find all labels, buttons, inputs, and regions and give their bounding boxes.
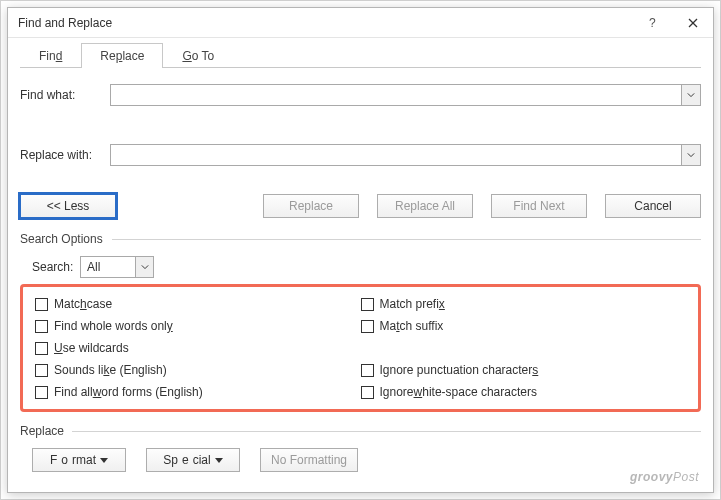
checkbox-icon	[361, 364, 374, 377]
checkbox-icon	[361, 320, 374, 333]
find-what-label: Find what:	[20, 88, 110, 102]
checkbox-icon	[361, 298, 374, 311]
replace-with-row: Replace with:	[20, 144, 701, 166]
check-ignore-whitespace[interactable]: Ignore white-space characters	[361, 381, 687, 403]
titlebar: Find and Replace ?	[8, 8, 713, 38]
check-word-forms[interactable]: Find all word forms (English)	[35, 381, 361, 403]
less-button[interactable]: << Less	[20, 194, 116, 218]
chevron-down-icon	[141, 263, 149, 271]
tab-find[interactable]: Find	[20, 43, 81, 68]
check-wildcards[interactable]: Use wildcards	[35, 337, 361, 359]
replace-all-button[interactable]: Replace All	[377, 194, 473, 218]
format-button-row: Format Special No Formatting	[20, 448, 701, 472]
checkbox-icon	[35, 386, 48, 399]
chevron-down-icon	[687, 91, 695, 99]
checkbox-icon	[35, 342, 48, 355]
dialog-find-replace: Find and Replace ? Find Replace Go To Fi…	[7, 7, 714, 493]
close-icon	[688, 18, 698, 28]
check-sounds-like[interactable]: Sounds like (English)	[35, 359, 361, 381]
replace-button[interactable]: Replace	[263, 194, 359, 218]
dialog-body: Find Replace Go To Find what: Replace wi…	[8, 38, 713, 492]
help-button[interactable]: ?	[633, 8, 673, 38]
check-match-suffix[interactable]: Match suffix	[361, 315, 687, 337]
find-next-button[interactable]: Find Next	[491, 194, 587, 218]
format-dropdown-button[interactable]: Format	[32, 448, 126, 472]
checkbox-icon	[35, 320, 48, 333]
replace-with-combo	[110, 144, 701, 166]
dialog-title: Find and Replace	[18, 16, 633, 30]
caret-down-icon	[215, 458, 223, 463]
tab-goto[interactable]: Go To	[163, 43, 233, 68]
search-options-highlight: Match case Find whole words only Use wil…	[20, 284, 701, 412]
close-button[interactable]	[673, 8, 713, 38]
special-dropdown-button[interactable]: Special	[146, 448, 240, 472]
replace-with-input[interactable]	[110, 144, 681, 166]
tabstrip: Find Replace Go To	[20, 40, 701, 68]
find-what-input[interactable]	[110, 84, 681, 106]
check-whole-words[interactable]: Find whole words only	[35, 315, 361, 337]
search-direction-dropdown	[135, 257, 153, 277]
checkbox-icon	[361, 386, 374, 399]
replace-section-label: Replace	[20, 424, 701, 438]
search-options-label: Search Options	[20, 232, 701, 246]
screenshot-frame: Find and Replace ? Find Replace Go To Fi…	[0, 0, 721, 500]
check-ignore-punct[interactable]: Ignore punctuation characters	[361, 359, 687, 381]
options-column-right: Match prefix Match suffix . Ignore punct…	[361, 293, 687, 403]
watermark: groovyPost	[630, 467, 699, 484]
find-what-dropdown[interactable]	[681, 84, 701, 106]
svg-text:?: ?	[649, 18, 656, 28]
action-button-row: << Less Replace Replace All Find Next Ca…	[20, 194, 701, 218]
check-match-case[interactable]: Match case	[35, 293, 361, 315]
search-direction-select[interactable]: All	[80, 256, 154, 278]
find-what-row: Find what:	[20, 84, 701, 106]
search-direction-label: Search:	[32, 260, 80, 274]
options-column-left: Match case Find whole words only Use wil…	[35, 293, 361, 403]
cancel-button[interactable]: Cancel	[605, 194, 701, 218]
tab-replace[interactable]: Replace	[81, 43, 163, 68]
check-match-prefix[interactable]: Match prefix	[361, 293, 687, 315]
help-icon: ?	[648, 18, 658, 28]
find-what-combo	[110, 84, 701, 106]
no-formatting-button[interactable]: No Formatting	[260, 448, 358, 472]
checkbox-icon	[35, 364, 48, 377]
replace-with-label: Replace with:	[20, 148, 110, 162]
search-direction-value: All	[81, 260, 135, 274]
replace-with-dropdown[interactable]	[681, 144, 701, 166]
caret-down-icon	[100, 458, 108, 463]
checkbox-icon	[35, 298, 48, 311]
chevron-down-icon	[687, 151, 695, 159]
search-direction-row: Search: All	[20, 256, 701, 278]
